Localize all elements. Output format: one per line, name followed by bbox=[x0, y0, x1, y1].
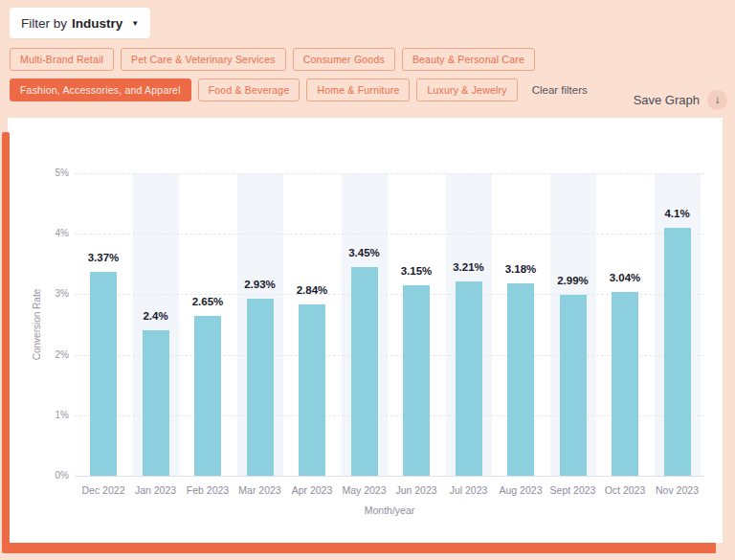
dropdown-selected-value: Industry bbox=[72, 16, 122, 31]
save-graph-label: Save Graph bbox=[634, 93, 700, 107]
gridline-5% bbox=[75, 173, 704, 174]
filter-chip-food-beverage[interactable]: Food & Beverage bbox=[198, 78, 301, 101]
bar-value-label: 4.1% bbox=[664, 208, 689, 219]
y-tick-label: 4% bbox=[27, 228, 69, 238]
x-tick-label: Feb 2023 bbox=[187, 484, 229, 496]
filter-chip-row-1: Multi-Brand RetailPet Care & Veterinary … bbox=[10, 48, 588, 71]
y-tick-label: 1% bbox=[27, 410, 69, 420]
x-tick-label: Apr 2023 bbox=[292, 484, 333, 496]
chevron-down-icon: ▼ bbox=[131, 19, 139, 28]
card-accent-bottom-stripe bbox=[8, 543, 716, 553]
industry-filter-dropdown[interactable]: Filter by Industry ▼ bbox=[10, 8, 150, 38]
bar-apr-2023 bbox=[299, 304, 325, 476]
conversion-rate-bar-chart: Conversion Rate Month/year 0%1%2%3%4%5%3… bbox=[8, 118, 723, 543]
filter-chip-home-furniture[interactable]: Home & Furniture bbox=[306, 78, 410, 101]
x-tick-label: Jan 2023 bbox=[135, 484, 176, 496]
x-tick-label: Oct 2023 bbox=[605, 484, 646, 496]
bar-may-2023 bbox=[351, 267, 378, 476]
gridline-4% bbox=[75, 234, 704, 235]
bar-value-label: 2.4% bbox=[143, 310, 167, 322]
x-tick-label: Aug 2023 bbox=[500, 484, 543, 496]
filter-chip-luxury-jewelry[interactable]: Luxury & Jewelry bbox=[416, 78, 517, 101]
x-tick-label: May 2023 bbox=[342, 484, 386, 496]
bar-value-label: 3.37% bbox=[88, 252, 120, 263]
x-axis-title: Month/year bbox=[365, 504, 415, 516]
bar-oct-2023 bbox=[612, 292, 638, 476]
bar-value-label: 2.93% bbox=[244, 279, 276, 290]
bar-value-label: 3.45% bbox=[348, 247, 380, 258]
bar-value-label: 3.18% bbox=[505, 263, 537, 275]
x-tick-label: Jun 2023 bbox=[395, 484, 436, 496]
download-arrow-icon[interactable]: ↓ bbox=[707, 90, 727, 110]
x-tick-label: Nov 2023 bbox=[656, 484, 699, 496]
bar-aug-2023 bbox=[507, 283, 534, 476]
y-tick-label: 2% bbox=[27, 349, 69, 360]
gridline-0% bbox=[75, 476, 704, 477]
clear-filters-button[interactable]: Clear filters bbox=[532, 84, 588, 96]
dropdown-prefix-label: Filter by bbox=[21, 16, 67, 31]
y-tick-label: 0% bbox=[27, 470, 69, 481]
bar-value-label: 3.04% bbox=[610, 272, 641, 283]
gridline-2% bbox=[75, 355, 704, 356]
filter-chip-consumer-goods[interactable]: Consumer Goods bbox=[293, 48, 395, 71]
filter-chips-area: Multi-Brand RetailPet Care & Veterinary … bbox=[10, 48, 588, 109]
bar-nov-2023 bbox=[664, 228, 691, 476]
bar-jul-2023 bbox=[456, 281, 482, 476]
bar-jan-2023 bbox=[143, 330, 169, 476]
bar-value-label: 2.99% bbox=[557, 275, 589, 286]
filter-chip-pet-care-veterinary-services[interactable]: Pet Care & Veterinary Services bbox=[121, 48, 286, 71]
x-tick-label: Sept 2023 bbox=[550, 484, 596, 496]
y-tick-label: 5% bbox=[27, 168, 69, 178]
bar-jun-2023 bbox=[403, 285, 430, 476]
bar-value-label: 3.15% bbox=[401, 265, 433, 277]
chart-card: Conversion Rate Month/year 0%1%2%3%4%5%3… bbox=[8, 118, 723, 543]
x-tick-label: Dec 2022 bbox=[82, 484, 125, 496]
x-tick-label: Mar 2023 bbox=[238, 484, 280, 496]
bar-value-label: 3.21% bbox=[453, 261, 484, 273]
bar-value-label: 2.65% bbox=[192, 296, 224, 307]
save-graph-button[interactable]: Save Graph ↓ bbox=[634, 88, 727, 111]
y-tick-label: 3% bbox=[27, 288, 69, 299]
bar-mar-2023 bbox=[247, 299, 274, 476]
filter-chip-multi-brand-retail[interactable]: Multi-Brand Retail bbox=[10, 48, 114, 71]
filter-chip-row-2: Fashion, Accessories, and ApparelFood & … bbox=[10, 78, 588, 101]
gridline-1% bbox=[75, 415, 704, 416]
bar-sept-2023 bbox=[560, 295, 587, 476]
filter-chip-beauty-personal-care[interactable]: Beauty & Personal Care bbox=[402, 48, 535, 71]
filter-chip-fashion-accessories-and-apparel[interactable]: Fashion, Accessories, and Apparel bbox=[10, 78, 191, 101]
x-tick-label: Jul 2023 bbox=[450, 484, 488, 496]
bar-value-label: 2.84% bbox=[297, 284, 328, 296]
bar-feb-2023 bbox=[194, 316, 221, 476]
card-accent-left-stripe bbox=[2, 132, 10, 553]
gridline-3% bbox=[75, 294, 704, 295]
bar-dec-2022 bbox=[90, 272, 117, 476]
